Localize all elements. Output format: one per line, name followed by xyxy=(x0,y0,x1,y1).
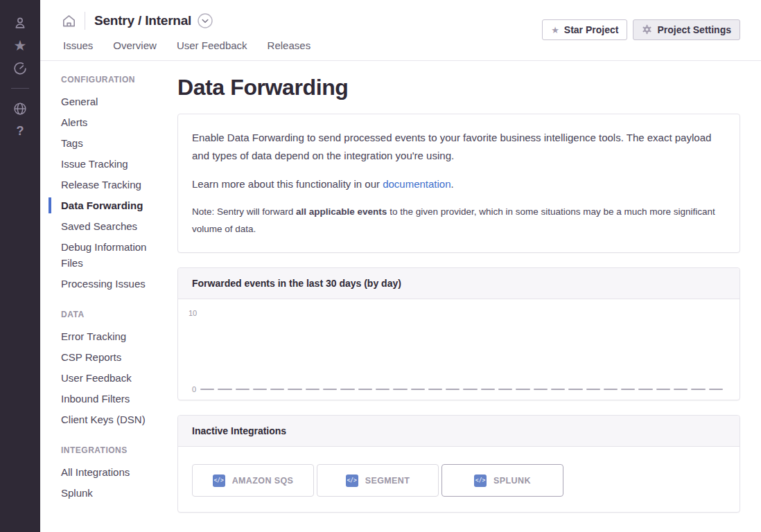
sidebar-item-release-tracking[interactable]: Release Tracking xyxy=(49,177,166,193)
chart-bar xyxy=(586,389,600,390)
nav-section-heading-data: DATA xyxy=(49,310,177,319)
header-actions: ★ Star Project Project Settings xyxy=(542,19,740,40)
integration-label: AMAZON SQS xyxy=(232,476,294,486)
sidebar-item-tags[interactable]: Tags xyxy=(49,135,166,151)
chart-bar xyxy=(534,389,548,390)
sidebar-item-processing-issues[interactable]: Processing Issues xyxy=(49,276,166,292)
tab-releases[interactable]: Releases xyxy=(268,39,311,51)
help-icon[interactable]: ? xyxy=(0,120,40,143)
home-icon[interactable] xyxy=(61,13,77,29)
project-title[interactable]: Sentry / Internal xyxy=(94,13,191,28)
tab-overview[interactable]: Overview xyxy=(113,39,157,51)
chart-bar xyxy=(498,389,512,390)
content: CONFIGURATIONGeneralAlertsTagsIssue Trac… xyxy=(40,61,761,527)
project-settings-label: Project Settings xyxy=(657,24,731,35)
chart-bar xyxy=(656,389,670,390)
y-axis-tick-0: 0 xyxy=(192,385,196,393)
info-paragraph-1: Enable Data Forwarding to send processed… xyxy=(192,129,726,165)
history-icon[interactable] xyxy=(0,57,40,80)
gear-icon xyxy=(642,24,652,36)
integrations-list: </>AMAZON SQS</>SEGMENT</>SPLUNK xyxy=(178,447,740,512)
page: Sentry / Internal Issues Overview User F… xyxy=(40,0,761,527)
code-icon: </> xyxy=(346,475,358,487)
note-prefix: Note: Sentry will forward xyxy=(192,206,296,217)
chart-bar xyxy=(621,389,635,390)
star-project-button[interactable]: ★ Star Project xyxy=(542,19,627,40)
integration-card-segment[interactable]: </>SEGMENT xyxy=(317,464,439,497)
chart-bar xyxy=(393,389,407,390)
info-panel-body: Enable Data Forwarding to send processed… xyxy=(178,114,740,252)
documentation-link[interactable]: documentation xyxy=(383,178,451,190)
integration-label: SPLUNK xyxy=(493,476,531,486)
chart-bar xyxy=(270,389,284,390)
info-note: Note: Sentry will forward all applicable… xyxy=(192,204,726,238)
sidebar-item-saved-searches[interactable]: Saved Searches xyxy=(49,218,166,234)
star-icon: ★ xyxy=(551,26,559,35)
chevron-down-icon[interactable] xyxy=(198,13,213,28)
settings-nav: CONFIGURATIONGeneralAlertsTagsIssue Trac… xyxy=(40,61,177,527)
chart-bar xyxy=(481,389,495,390)
tab-issues[interactable]: Issues xyxy=(63,39,93,51)
chart-bar xyxy=(253,389,267,390)
sidebar-item-inbound-filters[interactable]: Inbound Filters xyxy=(49,391,166,407)
integration-card-amazon-sqs[interactable]: </>AMAZON SQS xyxy=(192,464,314,497)
code-icon: </> xyxy=(213,475,225,487)
chart-bar xyxy=(200,389,214,390)
chart-bar xyxy=(691,389,705,390)
chart-bar xyxy=(568,389,582,390)
chart-bar xyxy=(376,389,390,390)
chart-bar xyxy=(428,389,442,390)
globe-icon[interactable] xyxy=(0,97,40,120)
chart-bar xyxy=(463,389,477,390)
chart-bar xyxy=(218,389,231,390)
chart-panel: Forwarded events in the last 30 days (by… xyxy=(177,267,740,400)
inactive-integrations-panel: Inactive Integrations </>AMAZON SQS</>SE… xyxy=(177,415,740,513)
nav-section-heading-configuration: CONFIGURATION xyxy=(49,75,177,85)
sidebar-item-client-keys-dsn[interactable]: Client Keys (DSN) xyxy=(49,411,166,427)
star-project-label: Star Project xyxy=(564,24,619,35)
y-axis-tick-10: 10 xyxy=(189,309,197,317)
chart-bar xyxy=(306,389,320,390)
info-paragraph-2-suffix: . xyxy=(451,178,454,190)
sidebar-item-debug-information-files[interactable]: Debug Information Files xyxy=(49,239,166,271)
page-title: Data Forwarding xyxy=(177,75,740,100)
info-paragraph-2-text: Learn more about this functionality in o… xyxy=(192,178,383,190)
user-icon[interactable] xyxy=(0,11,40,34)
sidebar-item-alerts[interactable]: Alerts xyxy=(49,114,166,130)
chart-bar xyxy=(446,389,460,390)
sidebar-item-splunk[interactable]: Splunk xyxy=(49,485,166,501)
sidebar-item-general[interactable]: General xyxy=(49,94,166,109)
breadcrumb-divider xyxy=(85,12,85,30)
app-rail: ★? xyxy=(0,0,40,532)
chart-bar xyxy=(516,389,530,390)
star-icon[interactable]: ★ xyxy=(0,34,40,57)
main-column: Data Forwarding Enable Data Forwarding t… xyxy=(177,61,761,527)
chart-bar xyxy=(638,389,652,390)
info-paragraph-2: Learn more about this functionality in o… xyxy=(192,175,726,193)
inactive-integrations-title: Inactive Integrations xyxy=(178,416,740,447)
tab-user-feedback[interactable]: User Feedback xyxy=(177,39,247,51)
project-settings-button[interactable]: Project Settings xyxy=(633,19,740,40)
chart-bar xyxy=(674,389,688,390)
chart-bar xyxy=(709,389,723,390)
sidebar-item-all-integrations[interactable]: All Integrations xyxy=(49,464,166,480)
chart-bar xyxy=(323,389,337,390)
note-bold: all applicable events xyxy=(296,206,387,217)
chart-bar xyxy=(236,389,250,390)
sidebar-item-data-forwarding[interactable]: Data Forwarding xyxy=(49,197,166,213)
sidebar-item-error-tracking[interactable]: Error Tracking xyxy=(49,328,166,344)
info-paragraph-1-text: Enable Data Forwarding to send processed… xyxy=(192,132,711,161)
chart-bar xyxy=(551,389,565,390)
sidebar-item-csp-reports[interactable]: CSP Reports xyxy=(49,349,166,365)
chart-bar xyxy=(288,389,301,390)
chart-panel-title: Forwarded events in the last 30 days (by… xyxy=(178,268,740,299)
sidebar-item-user-feedback[interactable]: User Feedback xyxy=(49,370,166,386)
info-panel: Enable Data Forwarding to send processed… xyxy=(177,114,740,253)
integration-card-splunk[interactable]: </>SPLUNK xyxy=(441,464,563,497)
chart-bars xyxy=(200,310,723,390)
integration-label: SEGMENT xyxy=(365,476,410,486)
sidebar-item-issue-tracking[interactable]: Issue Tracking xyxy=(49,156,166,172)
chart-bar xyxy=(340,389,354,390)
rail-divider xyxy=(11,88,29,89)
code-icon: </> xyxy=(474,475,487,487)
